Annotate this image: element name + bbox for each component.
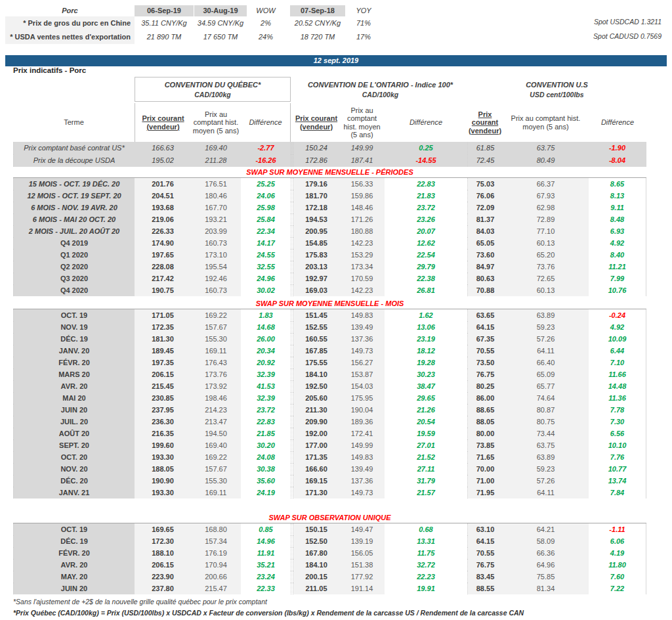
difference-cell: 13.31	[385, 535, 467, 547]
difference-cell: 0.85	[241, 523, 291, 535]
difference-cell: 30.20	[241, 439, 291, 451]
table-row: NOV. 20188.05157.6730.38166.60139.4927.1…	[13, 463, 646, 475]
convention-ontario-header: CONVENTION DE L'ONTARIO - Indice 100* CA…	[293, 77, 467, 102]
price-current-cell: 76.06	[467, 190, 503, 202]
quebec-hist-header: Prix au comptant hist. moyen (5 ans)	[191, 103, 241, 142]
price-hist-cell: 63.89	[503, 451, 589, 463]
price-current-cell: 175.55	[293, 357, 339, 368]
price-hist-cell: 57.26	[503, 333, 589, 345]
price-hist-cell: 142.23	[339, 237, 385, 249]
price-current-cell: 206.15	[135, 559, 191, 571]
price-current-cell: 177.00	[293, 439, 339, 451]
difference-cell: 8.13	[589, 190, 646, 202]
difference-cell: 22.54	[385, 249, 467, 261]
price-hist-cell: 139.49	[339, 321, 385, 333]
difference-cell: 27.11	[385, 463, 467, 475]
difference-cell: 23.72	[241, 404, 291, 416]
price-current-cell: 88.55	[467, 583, 503, 594]
difference-cell: 4.92	[589, 237, 646, 249]
difference-cell: 13.74	[589, 475, 646, 487]
price-hist-cell: 75.85	[503, 571, 589, 583]
table-row: OCT. 19171.05169.221.83151.45149.831.626…	[13, 309, 646, 321]
price-current-cell: 72.45	[467, 154, 503, 167]
price-current-cell: 80.63	[467, 273, 503, 284]
terme-cell: AOÛT 20	[13, 428, 135, 439]
ontario-difference-header: Différence	[385, 103, 467, 142]
price-hist-cell: 172.41	[339, 428, 385, 439]
difference-cell: 14.68	[241, 321, 291, 333]
difference-cell: 22.83	[241, 416, 291, 428]
value-cell: 24%	[248, 30, 284, 44]
price-current-cell: 152.50	[293, 535, 339, 547]
price-current-cell: 86.00	[467, 392, 503, 404]
convention-quebec-header: CONVENTION DU QUÉBEC* CAD/100kg	[135, 77, 291, 102]
price-hist-cell: 66.37	[503, 178, 589, 190]
table-row: JANV. 20189.45169.1120.34167.85149.7318.…	[13, 345, 646, 357]
difference-cell: 21.57	[385, 487, 467, 498]
price-hist-cell: 213.47	[191, 416, 241, 428]
price-hist-cell: 187.41	[339, 154, 385, 167]
table-row: FÉVR. 20188.10176.1911.91167.80156.0511.…	[13, 547, 646, 559]
convention-ontario-title: CONVENTION DE L'ONTARIO - Indice 100*	[293, 81, 467, 89]
price-current-cell: 169.65	[135, 523, 191, 535]
price-hist-cell: 180.46	[191, 190, 241, 202]
terme-cell: JUIN 20	[13, 404, 135, 416]
difference-cell: 10.76	[589, 284, 646, 296]
table-row: JUIN 20237.95214.2323.72211.30190.0421.2…	[13, 404, 646, 416]
price-hist-cell: 60.13	[503, 237, 589, 249]
price-current-cell: 152.55	[293, 321, 339, 333]
price-current-cell: 190.90	[135, 475, 191, 487]
difference-cell: 22.38	[385, 273, 467, 284]
terme-cell: SEPT. 20	[13, 439, 135, 451]
price-current-cell: 166.60	[293, 463, 339, 475]
difference-cell: 12.62	[385, 237, 467, 249]
table-row: MAY. 20223.90200.6623.24200.15177.9222.2…	[13, 571, 646, 583]
terme-cell: FÉVR. 20	[13, 547, 135, 559]
terme-cell: MAY. 20	[13, 571, 135, 583]
difference-cell: 23.19	[385, 333, 467, 345]
price-current-cell: 169.03	[293, 284, 339, 296]
terme-cell: DÉC. 20	[13, 475, 135, 487]
price-current-cell: 201.76	[135, 178, 191, 190]
table-row: Q3 2020217.42192.4624.96192.97170.5922.3…	[13, 273, 646, 284]
difference-cell: 18.12	[385, 345, 467, 357]
price-current-cell: 181.70	[293, 190, 339, 202]
price-hist-cell: 73.44	[503, 428, 589, 439]
price-current-cell: 193.30	[135, 487, 191, 498]
price-hist-cell: 189.36	[339, 416, 385, 428]
difference-cell: 7.30	[589, 416, 646, 428]
spot-usdcad: Spot USDCAD 1.3211	[594, 18, 662, 26]
footnote-quality-grid: *Sans l'ajustement de +2$ de la nouvelle…	[13, 598, 267, 606]
section-title: SWAP SUR MOYENNE MENSUELLE - MOIS	[13, 299, 646, 309]
price-current-cell: 216.35	[135, 428, 191, 439]
difference-cell: 24.55	[241, 249, 291, 261]
difference-cell: 4.92	[589, 321, 646, 333]
price-hist-cell: 159.86	[339, 190, 385, 202]
price-hist-cell: 80.75	[503, 416, 589, 428]
difference-cell: -2.77	[241, 142, 291, 154]
terme-cell: Prix de la découpe USDA	[13, 154, 135, 167]
price-current-cell: 84.97	[467, 261, 503, 273]
terme-cell: Q1 2020	[13, 249, 135, 261]
price-current-cell: 190.75	[135, 284, 191, 296]
difference-cell: 7.10	[589, 357, 646, 368]
price-hist-cell: 149.83	[339, 451, 385, 463]
price-hist-cell: 175.95	[339, 392, 385, 404]
price-hist-cell: 169.40	[191, 439, 241, 451]
difference-cell: 20.54	[385, 416, 467, 428]
price-current-cell: 228.08	[135, 261, 191, 273]
price-hist-cell: 173.10	[191, 249, 241, 261]
price-hist-cell: 200.66	[191, 571, 241, 583]
price-hist-cell: 156.05	[339, 547, 385, 559]
price-current-cell: 184.10	[293, 368, 339, 380]
price-current-cell: 211.30	[293, 404, 339, 416]
price-current-cell: 80.00	[467, 428, 503, 439]
price-table: CONVENTION DU QUÉBEC* CAD/100kg CONVENTI…	[13, 77, 646, 609]
price-current-cell: 70.88	[467, 284, 503, 296]
difference-cell: 25.25	[241, 178, 291, 190]
difference-cell: 8.65	[589, 178, 646, 190]
table-row: OCT. 19169.65168.800.85150.15149.470.686…	[13, 523, 646, 535]
price-current-cell: 197.35	[135, 357, 191, 368]
difference-cell: 21.52	[385, 451, 467, 463]
terme-cell: OCT. 20	[13, 451, 135, 463]
